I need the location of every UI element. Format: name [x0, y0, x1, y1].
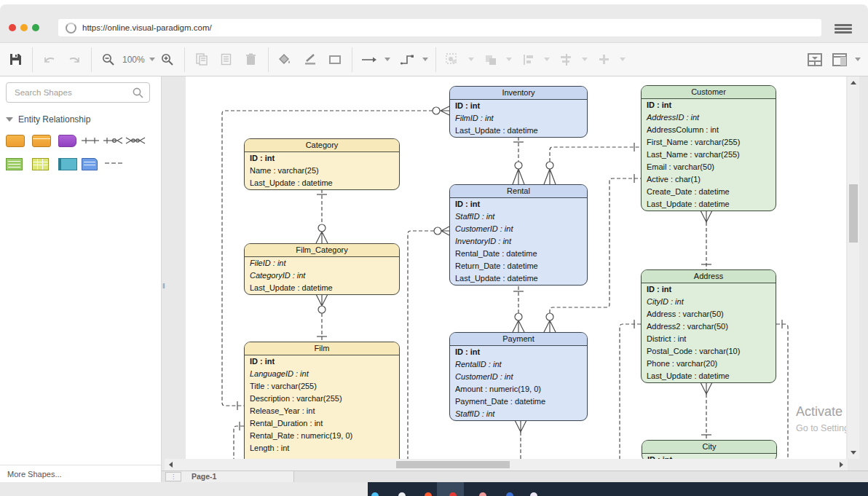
panel-layout-button[interactable] — [805, 48, 824, 71]
shape-many-to-many-link-icon[interactable] — [125, 136, 146, 145]
entity-field: Release_Year : int — [245, 405, 399, 417]
sidebar-layout-button[interactable] — [830, 48, 849, 71]
elbow-connector-button[interactable] — [398, 48, 417, 71]
entity-field: Create_Date : datetime — [642, 186, 776, 198]
align-button[interactable] — [519, 48, 538, 71]
search-shapes-box[interactable] — [6, 82, 150, 103]
scroll-up-arrow-icon[interactable] — [851, 81, 856, 84]
sidebar-resize-handle[interactable]: ‖ — [162, 283, 166, 290]
browser-menu-icon[interactable] — [835, 24, 852, 34]
windows-taskbar — [368, 482, 868, 496]
delete-button[interactable] — [242, 48, 261, 71]
taskbar-app-icon[interactable] — [425, 492, 432, 496]
search-shapes-input[interactable] — [13, 87, 133, 98]
url-text: https://online.visual-paradigm.com/ — [82, 23, 212, 32]
entity-field: Last_Update : datetime — [245, 177, 399, 189]
entity-field: Address : varchar(50) — [642, 308, 776, 320]
scroll-down-arrow-icon[interactable] — [851, 451, 856, 454]
add-shape-button[interactable] — [595, 48, 614, 71]
add-shape-caret[interactable] — [620, 58, 626, 61]
zoom-out-button[interactable] — [99, 48, 118, 71]
shape-dashed-link-icon[interactable] — [105, 162, 122, 164]
save-button[interactable] — [6, 48, 25, 71]
taskbar-app-icon[interactable] — [371, 492, 379, 496]
entity-field: LanguageID : int — [245, 368, 399, 380]
taskbar-app-icon[interactable] — [449, 492, 457, 496]
reload-icon[interactable] — [66, 23, 76, 34]
paste-button[interactable] — [217, 48, 236, 71]
entity-customer[interactable]: Customer ID : int AddressID : int Addres… — [641, 85, 776, 211]
bring-forward-caret[interactable] — [506, 58, 512, 61]
entity-film[interactable]: Film ID : int LanguageID : int Title : v… — [244, 342, 400, 459]
zoom-in-button[interactable] — [158, 48, 177, 71]
connector-arrow-button[interactable] — [360, 48, 379, 71]
entity-rental[interactable]: Rental ID : int StaffID : int CustomerID… — [449, 184, 588, 286]
entity-field: AddressColumn : int — [642, 124, 776, 136]
scroll-right-arrow-icon[interactable] — [840, 462, 843, 468]
entity-film-category[interactable]: Film_Category FileID : int CategoryID : … — [244, 243, 400, 295]
shape-view-icon[interactable] — [58, 158, 77, 170]
entity-field: Last_Update : datetime — [642, 198, 776, 210]
shape-style-button[interactable] — [326, 48, 344, 71]
entity-field: Address2 : varchar(50) — [642, 320, 776, 333]
group-caret[interactable] — [468, 58, 474, 61]
maximize-window-button[interactable] — [32, 24, 39, 31]
entity-field: Name : varchar(25) — [245, 165, 399, 177]
entity-field: Rental_Duration : int — [245, 417, 399, 430]
entity-city[interactable]: City ID : int — [642, 440, 777, 459]
page-list-handle[interactable]: ⋮ — [165, 472, 181, 481]
minimize-window-button[interactable] — [20, 24, 28, 31]
undo-button[interactable] — [40, 48, 59, 71]
zoom-dropdown-caret[interactable] — [149, 58, 155, 61]
horizontal-scrollbar[interactable] — [165, 459, 848, 471]
fill-color-button[interactable] — [276, 48, 295, 71]
scroll-left-arrow-icon[interactable] — [169, 462, 173, 468]
close-window-button[interactable] — [9, 24, 16, 31]
entity-title: Customer — [642, 86, 776, 99]
taskbar-app-icon[interactable] — [398, 492, 406, 496]
entity-address[interactable]: Address ID : int CityID : int Address : … — [641, 269, 776, 383]
shape-table-icon[interactable] — [6, 158, 23, 170]
entity-field: ID : int — [642, 283, 776, 296]
more-shapes-button[interactable]: More Shapes... — [0, 465, 161, 482]
taskbar-app-icon[interactable] — [479, 492, 486, 496]
zoom-level-value[interactable]: 100% — [122, 55, 145, 65]
group-button[interactable] — [443, 48, 462, 71]
shape-weak-entity-icon[interactable] — [58, 135, 76, 147]
shape-entity-with-header-icon[interactable] — [32, 135, 51, 147]
entity-inventory[interactable]: Inventory ID : int FilmID : int Last_Upd… — [449, 86, 588, 138]
page-tab[interactable]: Page-1 — [181, 471, 294, 483]
shape-entity-icon[interactable] — [6, 135, 25, 147]
shape-table-grid-icon[interactable] — [32, 158, 49, 170]
page-tab-bar: ⋮ Page-1 — [162, 471, 868, 482]
entity-payment[interactable]: Payment ID : int RentalID : int Customer… — [449, 332, 588, 421]
align-caret[interactable] — [544, 58, 550, 61]
shape-note-icon[interactable] — [82, 158, 98, 170]
browser-chrome: https://online.visual-paradigm.com/ — [0, 4, 868, 42]
bring-forward-button[interactable] — [481, 48, 500, 71]
diagram-toolbar: 100% — [0, 42, 868, 76]
arrow-style-caret[interactable] — [384, 58, 390, 61]
distribute-caret[interactable] — [582, 58, 588, 61]
entity-category[interactable]: Category ID : int Name : varchar(25) Las… — [244, 138, 400, 190]
diagram-page[interactable]: Category ID : int Name : varchar(25) Las… — [186, 76, 846, 459]
line-color-button[interactable] — [301, 48, 320, 71]
copy-button[interactable] — [192, 48, 211, 71]
entity-field: ID : int — [450, 346, 587, 358]
entity-field: FilmID : int — [450, 112, 587, 125]
vertical-scrollbar[interactable] — [848, 76, 859, 459]
vertical-scroll-thumb[interactable] — [849, 184, 858, 243]
entity-field: Last_Update : datetime — [450, 272, 587, 285]
entity-field: Last_Name : varchar(255) — [642, 149, 776, 161]
shape-one-to-many-link-icon[interactable] — [103, 136, 122, 145]
taskbar-app-icon[interactable] — [530, 492, 537, 496]
entity-relationship-section-header[interactable]: Entity Relationship — [6, 114, 90, 125]
horizontal-scroll-thumb[interactable] — [396, 461, 510, 468]
shape-one-to-one-link-icon[interactable] — [82, 136, 99, 145]
distribute-button[interactable] — [557, 48, 576, 71]
address-bar[interactable]: https://online.visual-paradigm.com/ — [58, 19, 821, 36]
connector-style-caret[interactable] — [422, 58, 428, 61]
layout-caret[interactable] — [855, 58, 861, 61]
redo-button[interactable] — [65, 48, 84, 71]
taskbar-app-icon[interactable] — [506, 492, 513, 496]
